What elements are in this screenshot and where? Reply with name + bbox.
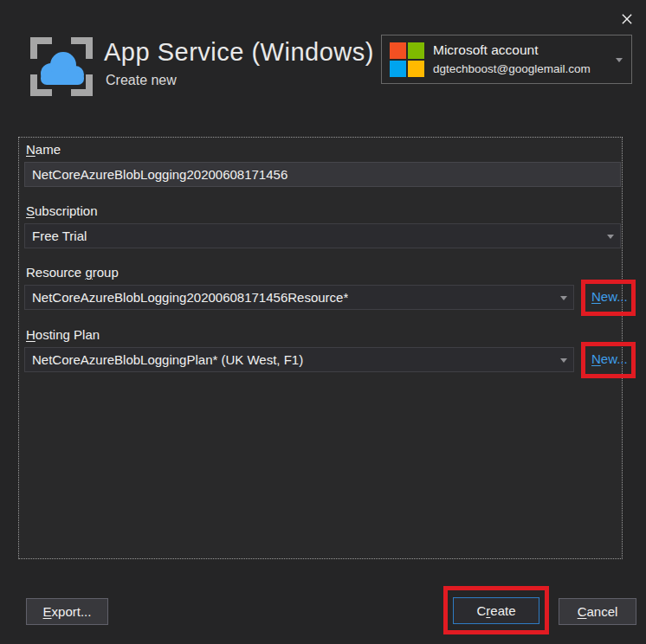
resource-group-label: Resource group xyxy=(26,265,119,280)
page-subtitle: Create new xyxy=(106,73,177,88)
resource-group-new-link[interactable]: New... xyxy=(591,289,628,304)
resource-group-value: NetCoreAzureBlobLogging20200608171456Res… xyxy=(32,290,348,305)
subscription-value: Free Trial xyxy=(32,229,87,243)
cancel-button[interactable]: Cancel xyxy=(559,598,636,625)
chevron-down-icon xyxy=(560,358,567,363)
ms-logo-yellow-square xyxy=(408,61,424,77)
resource-group-dropdown[interactable]: NetCoreAzureBlobLogging20200608171456Res… xyxy=(24,285,574,310)
chevron-down-icon xyxy=(607,235,614,239)
chevron-down-icon xyxy=(560,296,567,300)
ms-logo-red-square xyxy=(390,42,406,59)
ms-logo-green-square xyxy=(408,42,424,59)
account-selector[interactable]: Microsoft account dgtechboost@googlemail… xyxy=(381,35,632,84)
create-button[interactable]: Create xyxy=(453,597,539,624)
close-button[interactable] xyxy=(617,9,637,29)
hosting-plan-value: NetCoreAzureBlobLoggingPlan* (UK West, F… xyxy=(32,352,303,367)
ms-logo-blue-square xyxy=(390,61,406,77)
hosting-plan-label: Hosting Plan xyxy=(26,327,100,342)
close-icon xyxy=(622,13,632,25)
name-input[interactable] xyxy=(24,162,621,187)
subscription-dropdown[interactable]: Free Trial xyxy=(24,223,621,248)
hosting-plan-new-link[interactable]: New... xyxy=(591,351,628,366)
export-button[interactable]: Export... xyxy=(26,598,108,625)
name-label: Name xyxy=(26,142,61,157)
subscription-label: Subscription xyxy=(26,203,98,218)
app-service-cloud-icon xyxy=(29,35,94,101)
microsoft-logo xyxy=(390,42,424,77)
account-email: dgtechboost@googlemail.com xyxy=(433,62,591,75)
hosting-plan-dropdown[interactable]: NetCoreAzureBlobLoggingPlan* (UK West, F… xyxy=(24,347,574,372)
app-service-create-dialog: App Service (Windows) Create new Microso… xyxy=(0,0,646,644)
chevron-down-icon xyxy=(616,58,623,62)
page-title: App Service (Windows) xyxy=(104,38,374,67)
account-provider-label: Microsoft account xyxy=(433,42,538,58)
